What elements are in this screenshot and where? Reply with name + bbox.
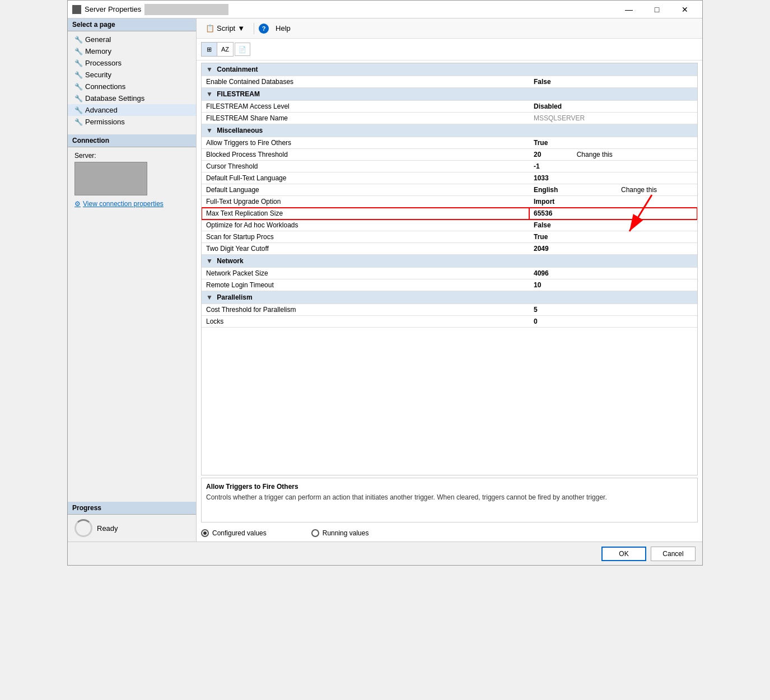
running-values-option[interactable]: Running values [311, 529, 369, 537]
cell-name: Scan for Startup Procs [202, 231, 529, 243]
cancel-button[interactable]: Cancel [651, 547, 696, 561]
section-label-miscellaneous: Miscellaneous [217, 127, 263, 134]
sidebar-item-general[interactable]: 🔧General [68, 34, 196, 45]
categorized-icon: ⊞ [207, 46, 212, 53]
view-connection-label: View connection properties [83, 200, 164, 208]
close-button[interactable]: ✕ [672, 1, 698, 18]
section-toggle-network[interactable]: ▼ [206, 257, 213, 265]
props-table: ▼ Containment Enable Contained Databases… [202, 63, 697, 328]
cell-value-col: -1 [529, 161, 697, 172]
section-toggle-miscellaneous[interactable]: ▼ [206, 127, 213, 134]
sidebar-item-label: Database Settings [85, 94, 144, 102]
connection-props-icon: ⚙ [74, 200, 81, 208]
help-button[interactable]: Help [271, 22, 295, 34]
table-row[interactable]: Allow Triggers to Fire Others True [202, 137, 697, 149]
table-row[interactable]: Full-Text Upgrade Option Import [202, 196, 697, 208]
table-row[interactable]: Remote Login Timeout 10 [202, 279, 697, 291]
minimize-button[interactable]: — [616, 1, 642, 18]
view-connection-link[interactable]: ⚙ View connection properties [74, 200, 189, 208]
sidebar-item-permissions[interactable]: 🔧Permissions [68, 116, 196, 128]
sidebar-item-connections[interactable]: 🔧Connections [68, 81, 196, 92]
cell-name: Default Language [202, 184, 529, 196]
table-row[interactable]: Default Language English [202, 184, 697, 196]
help-label: Help [276, 24, 291, 32]
cell-name: Full-Text Upgrade Option [202, 196, 529, 208]
categorized-view-button[interactable]: ⊞ [202, 43, 217, 56]
table-row[interactable]: FILESTREAM Share Name MSSQLSERVER [202, 113, 697, 124]
icon-toolbar: ⊞ AZ 📄 [197, 39, 702, 60]
dropdown-arrow-icon: ▼ [237, 24, 245, 32]
help-icon[interactable]: ? [259, 24, 269, 34]
section-header-parallelism: ▼ Parallelism [202, 291, 697, 304]
section-label-filestream: FILESTREAM [217, 90, 260, 98]
cell-value-col: 2049 [529, 243, 697, 255]
running-radio[interactable] [311, 529, 319, 537]
configured-values-option[interactable]: Configured values [201, 529, 267, 537]
cell-value: True [534, 233, 548, 241]
table-row[interactable]: Enable Contained Databases False [202, 76, 697, 88]
table-row[interactable]: Cursor Threshold -1 [202, 161, 697, 172]
cell-name: Remote Login Timeout [202, 279, 529, 291]
table-row[interactable]: Network Packet Size 4096 [202, 268, 697, 279]
table-row[interactable]: Blocked Process Threshold 20 Change this [202, 149, 697, 161]
table-row[interactable]: Default Full-Text Language 1033 [202, 172, 697, 184]
table-row[interactable]: Scan for Startup Procs True [202, 231, 697, 243]
progress-spinner [74, 519, 92, 537]
cell-name: Locks [202, 316, 529, 328]
cell-value-col: False [529, 76, 697, 88]
section-toggle-parallelism[interactable]: ▼ [206, 293, 213, 301]
progress-header: Progress [68, 502, 196, 515]
cell-value-col: Disabled [529, 101, 697, 113]
configured-radio[interactable] [201, 529, 209, 537]
script-button[interactable]: 📋 Script ▼ [201, 22, 249, 34]
sidebar-item-memory[interactable]: 🔧Memory [68, 45, 196, 57]
alphabetical-view-button[interactable]: AZ [217, 43, 233, 56]
connection-header: Connection [68, 134, 196, 147]
table-row[interactable]: FILESTREAM Access Level Disabled [202, 101, 697, 113]
sidebar-item-label: Processors [85, 59, 122, 67]
sidebar-item-label: Permissions [85, 118, 125, 126]
table-row[interactable]: Locks 0 [202, 316, 697, 328]
section-header-network: ▼ Network [202, 255, 697, 268]
desc-text: Controls whether a trigger can perform a… [206, 493, 693, 502]
cell-name: Optimize for Ad hoc Workloads [202, 220, 529, 231]
cell-value: 20 [534, 151, 541, 158]
cell-value: 65536 [534, 209, 552, 217]
cell-name: Allow Triggers to Fire Others [202, 137, 529, 149]
cell-name: Max Text Replication Size [202, 208, 529, 220]
server-properties-window: Server Properties — □ ✕ Select a page 🔧G… [67, 0, 703, 566]
section-label-containment: Containment [217, 66, 258, 73]
title-bar-input[interactable] [144, 4, 228, 15]
content-area: ⊞ AZ 📄 ▼ Containment [197, 39, 702, 542]
table-row[interactable]: Two Digit Year Cutoff 2049 [202, 243, 697, 255]
table-row[interactable]: Cost Threshold for Parallelism 5 [202, 304, 697, 316]
cell-name: FILESTREAM Share Name [202, 113, 529, 124]
cell-value-col: Import [529, 196, 697, 208]
section-toggle-containment[interactable]: ▼ [206, 66, 213, 73]
progress-status: Ready [97, 524, 118, 533]
configured-label: Configured values [212, 529, 267, 537]
wrench-icon: 🔧 [74, 106, 83, 114]
ok-button[interactable]: OK [601, 547, 646, 561]
table-row[interactable]: Optimize for Ad hoc Workloads False [202, 220, 697, 231]
sidebar-item-label: Advanced [85, 106, 118, 114]
properties-button[interactable]: 📄 [235, 43, 250, 56]
radio-row: Configured values Running values [197, 525, 702, 542]
section-header-containment: ▼ Containment [202, 63, 697, 76]
progress-body: Ready [68, 515, 196, 542]
script-icon: 📋 [206, 24, 214, 32]
section-toggle-filestream[interactable]: ▼ [206, 90, 213, 98]
cell-value: False [534, 221, 551, 229]
sidebar-item-advanced[interactable]: 🔧Advanced [68, 104, 196, 116]
right-panel: 📋 Script ▼ ? Help ⊞ [197, 18, 702, 542]
maximize-button[interactable]: □ [644, 1, 670, 18]
wrench-icon: 🔧 [74, 118, 83, 126]
sidebar-item-label: Security [85, 71, 111, 79]
sidebar-item-processors[interactable]: 🔧Processors [68, 57, 196, 69]
table-row[interactable]: Max Text Replication Size 65536 [202, 208, 697, 220]
props-container[interactable]: ▼ Containment Enable Contained Databases… [201, 63, 698, 475]
bottom-bar: OK Cancel [68, 542, 702, 565]
progress-section: Progress Ready [68, 502, 196, 542]
sidebar-item-security[interactable]: 🔧Security [68, 69, 196, 81]
sidebar-item-database-settings[interactable]: 🔧Database Settings [68, 92, 196, 104]
